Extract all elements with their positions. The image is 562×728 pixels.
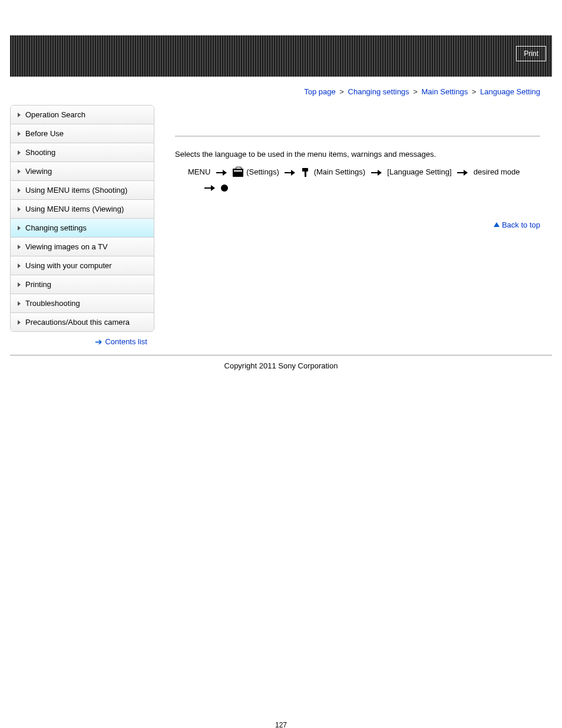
contents-list-link[interactable]: ➔ Contents list [95, 337, 147, 346]
description-text: Selects the language to be used in the m… [175, 150, 540, 159]
menu-path: MENU (Settings) (Main Settings) [Languag… [175, 164, 540, 195]
sidebar-item[interactable]: Using MENU items (Shooting) [11, 181, 154, 200]
back-to-top-link[interactable]: Back to top [494, 220, 540, 229]
sidebar-item-label: Operation Search [25, 110, 85, 119]
sidebar-item-label: Viewing images on a TV [25, 242, 108, 251]
arrow-icon [371, 170, 382, 175]
triangle-up-icon [494, 222, 500, 227]
sidebar-item[interactable]: Using MENU items (Viewing) [11, 200, 154, 219]
arrow-icon [285, 170, 295, 175]
breadcrumb-sep: > [472, 87, 477, 96]
section-divider [175, 136, 540, 137]
sidebar-item-label: Printing [25, 280, 51, 289]
caret-right-icon [18, 245, 21, 249]
sidebar-item-label: Using with your computer [25, 261, 112, 270]
caret-right-icon [18, 282, 21, 287]
breadcrumb-changing-settings[interactable]: Changing settings [348, 87, 409, 96]
sidebar-item[interactable]: Troubleshooting [11, 294, 154, 313]
main-settings-label: (Main Settings) [314, 167, 365, 176]
arrow-icon [204, 186, 215, 190]
sidebar-item[interactable]: Before Use [11, 124, 154, 143]
caret-right-icon [18, 131, 21, 136]
toolbox-icon [233, 169, 243, 177]
sidebar-item[interactable]: Precautions/About this camera [11, 313, 154, 331]
arrow-icon [216, 170, 227, 175]
sidebar-item-label: Precautions/About this camera [25, 318, 130, 327]
sidebar-item-label: Troubleshooting [25, 299, 80, 308]
sidebar-item-label: Before Use [25, 129, 64, 138]
breadcrumb-sep: > [339, 87, 344, 96]
caret-right-icon [18, 113, 21, 117]
breadcrumb: Top page > Changing settings > Main Sett… [0, 77, 562, 103]
print-button[interactable]: Print [516, 46, 546, 61]
main-content: Selects the language to be used in the m… [154, 103, 552, 229]
sidebar-item[interactable]: Viewing images on a TV [11, 238, 154, 256]
arrow-right-icon: ➔ [95, 337, 103, 346]
sidebar-item[interactable]: Printing [11, 275, 154, 294]
breadcrumb-top[interactable]: Top page [304, 87, 336, 96]
settings-label: (Settings) [246, 167, 279, 176]
back-to-top-row: Back to top [175, 220, 540, 229]
sidebar-item[interactable]: Changing settings [11, 219, 154, 238]
caret-right-icon [18, 188, 21, 193]
breadcrumb-main-settings[interactable]: Main Settings [421, 87, 468, 96]
sidebar-item-label: Using MENU items (Shooting) [25, 186, 127, 195]
caret-right-icon [18, 207, 21, 212]
sidebar-item[interactable]: Operation Search [11, 106, 154, 124]
desired-mode-label: desired mode [474, 167, 520, 176]
sidebar-item-label: Changing settings [25, 223, 87, 232]
page-number: 127 [0, 721, 562, 728]
caret-right-icon [18, 263, 21, 268]
contents-list-row: ➔ Contents list [10, 332, 154, 351]
caret-right-icon [18, 169, 21, 174]
breadcrumb-current: Language Setting [480, 87, 540, 96]
sidebar-item-label: Shooting [25, 148, 55, 157]
hammer-icon [301, 168, 310, 177]
dot-icon [221, 185, 228, 192]
caret-right-icon [18, 320, 21, 325]
menu-label: MENU [188, 167, 210, 176]
sidebar-item[interactable]: Viewing [11, 162, 154, 181]
caret-right-icon [18, 301, 21, 306]
sidebar-item[interactable]: Using with your computer [11, 256, 154, 275]
back-to-top-label: Back to top [502, 220, 540, 229]
sidebar: Operation SearchBefore UseShootingViewin… [10, 105, 154, 332]
caret-right-icon [18, 150, 21, 155]
sidebar-item-label: Using MENU items (Viewing) [25, 205, 124, 213]
caret-right-icon [18, 226, 21, 230]
arrow-icon [457, 170, 468, 175]
contents-list-label: Contents list [105, 337, 147, 346]
sidebar-item-label: Viewing [25, 167, 52, 176]
language-setting-label: [Language Setting] [387, 167, 451, 176]
breadcrumb-sep: > [413, 87, 418, 96]
sidebar-item[interactable]: Shooting [11, 143, 154, 162]
header-bar: Print [10, 35, 552, 77]
copyright-text: Copyright 2011 Sony Corporation [0, 355, 562, 370]
